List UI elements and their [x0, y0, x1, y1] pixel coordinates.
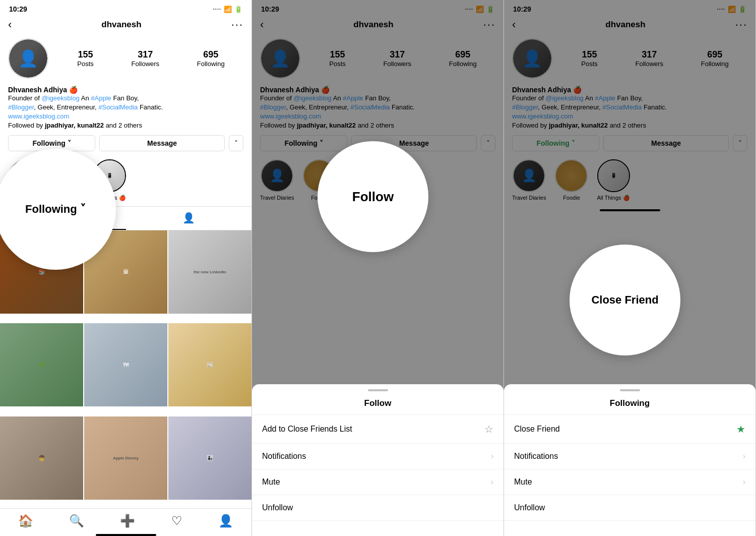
following-num-2: 695	[455, 49, 470, 60]
photo-1-4[interactable]: 🌿	[0, 323, 83, 406]
back-button-2[interactable]: ‹	[260, 18, 264, 31]
nav-bar-1: ‹ dhvanesh ···	[0, 15, 251, 34]
nav-title-2: dhvanesh	[353, 20, 393, 30]
bio-text-2: #Blogger, Geek, Entrepreneur, #SocialMed…	[8, 103, 243, 112]
circle-text-1: Following ˅	[25, 203, 86, 216]
highlights-3: 👤 Travel Diaries Foodie 📱 All Things 🍎	[504, 156, 755, 206]
sheet-item-label-3-3: Mute	[514, 478, 532, 487]
sheet-item-notifications-3[interactable]: Notifications ›	[504, 444, 755, 469]
highlight-travel-2[interactable]: 👤 Travel Diaries	[260, 159, 294, 201]
bottom-sheet-2: Follow Add to Close Friends List ☆ Notif…	[252, 384, 503, 536]
phone-1: 10:29 ···· 📶 🔋 ‹ dhvanesh ··· 👤 155 Post…	[0, 0, 252, 536]
sheet-item-notifications-2[interactable]: Notifications ›	[252, 444, 503, 469]
sheet-item-label-4-2: Unfollow	[262, 503, 293, 512]
photo-1-7[interactable]: 👦	[0, 416, 83, 500]
sheet-item-close-friends-3[interactable]: Close Friend ★	[504, 415, 755, 444]
following-button-2[interactable]: Following ˅	[260, 135, 347, 151]
sheet-title-2: Follow	[252, 395, 503, 415]
message-button-1[interactable]: Message	[99, 135, 225, 151]
posts-label-1: Posts	[77, 60, 94, 68]
highlight-label-travel-2: Travel Diaries	[260, 195, 294, 201]
avatar-1[interactable]: 👤	[8, 38, 48, 79]
stat-followers-1[interactable]: 317 Followers	[131, 49, 159, 68]
travel-img-2: 👤	[262, 160, 292, 191]
stats-3: 155 Posts 317 Followers 695 Following	[562, 49, 747, 68]
profile-icon-1[interactable]: 👤	[218, 514, 233, 528]
photo-1-8[interactable]: Apple Disney	[84, 416, 167, 500]
signal-1: ····	[213, 6, 221, 12]
more-button-3[interactable]: ···	[735, 18, 747, 31]
status-bar-1: 10:29 ···· 📶 🔋	[0, 0, 251, 15]
photo-1-3[interactable]: the new LinkedIn	[168, 230, 251, 314]
stat-posts-3[interactable]: 155 Posts	[581, 49, 598, 68]
status-icons-3: ···· 📶 🔋	[717, 6, 746, 13]
tab-tagged-1[interactable]: 👤	[126, 207, 252, 230]
wifi-icon-1: 📶	[224, 6, 232, 13]
home-icon-1[interactable]: 🏠	[18, 514, 33, 528]
stat-following-2[interactable]: 695 Following	[449, 49, 477, 68]
star-icon-green-3: ★	[736, 423, 745, 435]
time-3: 10:29	[513, 5, 531, 13]
following-button-3[interactable]: Following ˅	[512, 135, 599, 151]
time-1: 10:29	[9, 5, 27, 13]
avatar-3[interactable]: 👤	[512, 38, 552, 79]
dropdown-button-2[interactable]: ˅	[481, 135, 495, 151]
highlight-allthings-3[interactable]: 📱 All Things 🍎	[597, 159, 629, 201]
highlight-circle-travel-3: 👤	[513, 159, 545, 192]
stat-following-1[interactable]: 695 Following	[197, 49, 225, 68]
battery-icon-1: 🔋	[234, 6, 242, 13]
highlight-travel-3[interactable]: 👤 Travel Diaries	[512, 159, 546, 201]
back-button-1[interactable]: ‹	[8, 18, 12, 31]
bio-text-4: #Blogger, Geek, Entrepreneur, #SocialMed…	[260, 103, 495, 112]
nav-title-1: dhvanesh	[101, 20, 141, 30]
status-bar-2: 10:29 ···· 📶 🔋	[252, 0, 503, 15]
following-label-3: Following	[701, 60, 729, 68]
photo-1-9[interactable]: 👨‍👦	[168, 416, 251, 500]
followers-num-3: 317	[642, 49, 657, 60]
sheet-item-mute-3[interactable]: Mute ›	[504, 469, 755, 495]
circle-zoom-3: Close Friend	[570, 245, 680, 355]
dropdown-button-3[interactable]: ˅	[733, 135, 747, 151]
following-num-1: 695	[203, 49, 218, 60]
add-icon-1[interactable]: ➕	[120, 514, 135, 528]
sheet-item-mute-2[interactable]: Mute ›	[252, 469, 503, 495]
highlight-foodie-3[interactable]: Foodie	[555, 159, 588, 201]
chevron-notif-3: ›	[743, 452, 745, 461]
photo-1-5[interactable]: 🗺	[84, 323, 167, 406]
back-button-3[interactable]: ‹	[512, 18, 516, 31]
bio-website-3[interactable]: www.igeeksblog.com	[512, 112, 747, 121]
stat-posts-1[interactable]: 155 Posts	[77, 49, 94, 68]
sheet-item-unfollow-2[interactable]: Unfollow	[252, 495, 503, 521]
dropdown-button-1[interactable]: ˅	[229, 135, 243, 151]
bio-website-2[interactable]: www.igeeksblog.com	[260, 112, 495, 121]
photo-1-6[interactable]: 📰	[168, 323, 251, 406]
more-button-2[interactable]: ···	[483, 18, 495, 31]
profile-section-2: 👤 155 Posts 317 Followers 695 Following	[252, 34, 503, 84]
sheet-item-label-2-3: Notifications	[514, 452, 558, 461]
followers-label-1: Followers	[131, 60, 159, 68]
highlight-label-foodie-3: Foodie	[563, 195, 580, 201]
bio-website-1[interactable]: www.igeeksblog.com	[8, 112, 243, 121]
search-icon-1[interactable]: 🔍	[69, 514, 84, 528]
sheet-item-unfollow-3[interactable]: Unfollow	[504, 495, 755, 521]
posts-label-2: Posts	[329, 60, 346, 68]
stat-following-3[interactable]: 695 Following	[701, 49, 729, 68]
status-bar-3: 10:29 ···· 📶 🔋	[504, 0, 755, 15]
stat-followers-2[interactable]: 317 Followers	[383, 49, 411, 68]
sheet-item-label-3-2: Mute	[262, 478, 280, 487]
sheet-item-close-friends-2[interactable]: Add to Close Friends List ☆	[252, 415, 503, 444]
stat-posts-2[interactable]: 155 Posts	[329, 49, 346, 68]
stat-followers-3[interactable]: 317 Followers	[635, 49, 663, 68]
bio-name-3: Dhvanesh Adhiya 🍎	[512, 86, 747, 94]
sheet-item-label-1-2: Add to Close Friends List	[262, 425, 352, 434]
avatar-2[interactable]: 👤	[260, 38, 300, 79]
tagged-icon-1: 👤	[182, 212, 195, 224]
highlight-label-allthings-3: All Things 🍎	[597, 195, 629, 201]
bio-text-3: Founder of @igeeksblog An #Apple Fan Boy…	[260, 94, 495, 103]
heart-icon-1[interactable]: ♡	[171, 514, 182, 528]
message-button-3[interactable]: Message	[603, 135, 729, 151]
profile-section-1: 👤 155 Posts 317 Followers 695 Following	[0, 34, 251, 84]
followers-label-2: Followers	[383, 60, 411, 68]
more-button-1[interactable]: ···	[231, 18, 243, 31]
allthings-img-3: 📱	[598, 160, 629, 191]
